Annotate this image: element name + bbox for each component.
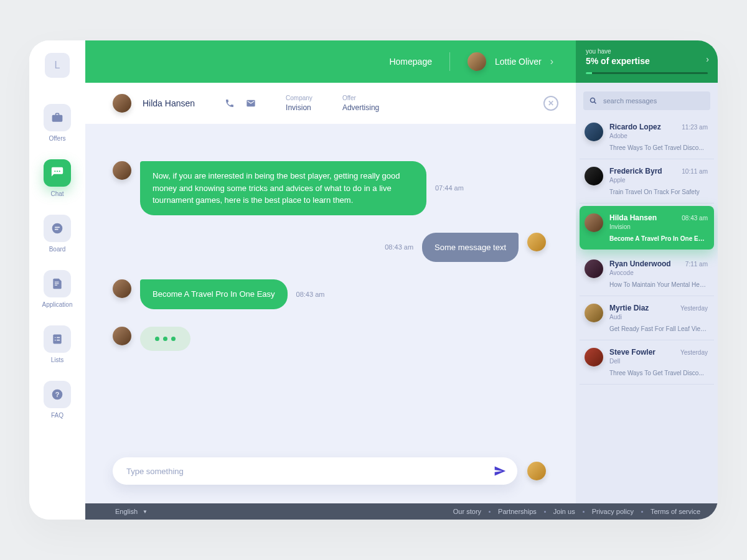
nav-item-application[interactable]: Application — [42, 270, 73, 308]
conv-name: Myrtie Diaz — [609, 304, 649, 312]
footer-link[interactable]: Join us — [553, 508, 575, 515]
user-menu[interactable]: Lottie Oliver › — [467, 52, 553, 71]
avatar — [585, 213, 603, 232]
logo-badge: L — [45, 53, 70, 78]
expertise-panel[interactable]: you have 5% of expertise › — [576, 40, 718, 83]
message-bubble: Now, if you are interested in being the … — [140, 161, 426, 215]
send-icon[interactable] — [494, 465, 506, 477]
progress-track — [586, 72, 708, 74]
topbar: Homepage Lottie Oliver › you have 5% of … — [85, 40, 718, 83]
nav-label: Application — [42, 301, 73, 308]
message-time: 08:43 am — [378, 243, 413, 251]
sidebar: L Offers Chat Board Application — [29, 40, 85, 520]
close-button[interactable]: ✕ — [543, 96, 558, 111]
conversation-item[interactable]: Steve FowlerYesterday Dell Three Ways To… — [580, 340, 714, 385]
conversation-item[interactable]: Ryan Underwood7:11 am Avocode How To Mai… — [580, 252, 714, 296]
conversation-item-active[interactable]: Hilda Hansen08:43 am Invision Become A T… — [580, 206, 714, 250]
avatar — [113, 327, 131, 345]
typing-dots-icon — [155, 337, 176, 341]
conv-preview: Train Travel On Track For Safety — [609, 189, 708, 195]
topbar-left: Homepage Lottie Oliver › — [85, 40, 576, 83]
divider — [449, 52, 450, 71]
board-icon — [44, 215, 71, 242]
conv-company: Apple — [609, 177, 708, 184]
chat-icon — [44, 159, 71, 187]
language-label: English — [115, 508, 138, 515]
conv-name: Frederick Byrd — [609, 167, 662, 175]
message-out: 08:43 am Some message text — [113, 233, 546, 263]
avatar — [527, 233, 546, 251]
avatar — [467, 52, 486, 71]
svg-rect-11 — [57, 337, 60, 338]
message-in: Now, if you are interested in being the … — [113, 161, 546, 215]
nav-label: FAQ — [51, 412, 63, 419]
progress-bar — [586, 72, 592, 74]
conversation-list: Ricardo Lopez11:23 am Adobe Three Ways T… — [576, 115, 718, 503]
footer-link[interactable]: Terms of service — [651, 508, 700, 515]
homepage-link[interactable]: Homepage — [389, 57, 432, 67]
footer-link[interactable]: Privacy policy — [592, 508, 634, 515]
nav-item-offers[interactable]: Offers — [44, 104, 71, 142]
conv-company: Audi — [609, 314, 708, 320]
nav-item-faq[interactable]: ? FAQ — [44, 381, 71, 419]
svg-text:?: ? — [55, 391, 60, 398]
svg-point-2 — [59, 170, 60, 172]
document-icon — [44, 270, 71, 297]
chevron-right-icon: › — [550, 56, 553, 67]
company-value: Invision — [286, 103, 312, 112]
contact-avatar — [113, 94, 131, 113]
footer-links: Our story Partnerships Join us Privacy p… — [453, 508, 700, 515]
composer — [113, 457, 517, 485]
message-time: 08:43 am — [296, 291, 331, 298]
expertise-label: you have — [586, 48, 708, 55]
footer-link[interactable]: Partnerships — [498, 508, 537, 515]
conv-company: Dell — [609, 358, 708, 365]
conv-time: Yesterday — [680, 305, 708, 312]
typing-bubble — [140, 327, 190, 351]
conversation-item[interactable]: Myrtie DiazYesterday Audi Get Ready Fast… — [580, 296, 714, 340]
avatar — [113, 161, 131, 180]
search-box[interactable]: search messages — [583, 91, 710, 110]
svg-rect-13 — [57, 340, 60, 341]
nav-item-board[interactable]: Board — [44, 215, 71, 253]
nav-item-lists[interactable]: Lists — [44, 325, 71, 363]
conv-time: 7:11 am — [685, 261, 708, 268]
caret-down-icon: ▼ — [143, 509, 148, 515]
conversation-item[interactable]: Frederick Byrd10:11 am Apple Train Trave… — [580, 159, 714, 203]
footer: English ▼ Our story Partnerships Join us… — [85, 503, 718, 520]
user-name: Lottie Oliver — [495, 57, 542, 67]
conv-company: Invision — [609, 223, 708, 230]
briefcase-icon — [44, 104, 71, 131]
typing-indicator — [113, 327, 546, 351]
nav-item-chat[interactable]: Chat — [44, 159, 71, 197]
contact-name: Hilda Hansen — [143, 98, 195, 108]
company-label: Company — [286, 95, 312, 101]
svg-rect-9 — [53, 335, 61, 344]
avatar — [585, 167, 603, 185]
avatar — [585, 304, 603, 322]
chat-panel: Hilda Hansen Company Invision — [85, 83, 576, 503]
svg-line-17 — [594, 102, 596, 104]
message-input[interactable] — [126, 467, 494, 476]
offer-label: Offer — [342, 95, 379, 101]
conv-preview: Three Ways To Get Travel Disco... — [609, 144, 708, 151]
conversation-item[interactable]: Ricardo Lopez11:23 am Adobe Three Ways T… — [580, 115, 714, 159]
conv-preview: Become A Travel Pro In One Eas... — [609, 235, 708, 242]
nav-label: Board — [49, 246, 66, 253]
mail-icon[interactable] — [246, 98, 256, 108]
nav-label: Chat — [50, 190, 63, 197]
phone-icon[interactable] — [225, 98, 235, 108]
app-window: L Offers Chat Board Application — [29, 40, 718, 520]
svg-point-0 — [54, 170, 55, 172]
footer-link[interactable]: Our story — [453, 508, 481, 515]
conv-name: Steve Fowler — [609, 348, 655, 357]
language-selector[interactable]: English ▼ — [115, 508, 148, 515]
svg-rect-8 — [55, 285, 57, 286]
conv-name: Ryan Underwood — [609, 259, 671, 268]
svg-point-3 — [52, 223, 63, 234]
list-icon — [44, 325, 71, 353]
message-bubble: Some message text — [422, 233, 519, 263]
message-bubble: Become A Travel Pro In One Easy — [140, 279, 288, 309]
conv-company: Avocode — [609, 269, 708, 276]
conv-time: Yesterday — [680, 349, 708, 356]
